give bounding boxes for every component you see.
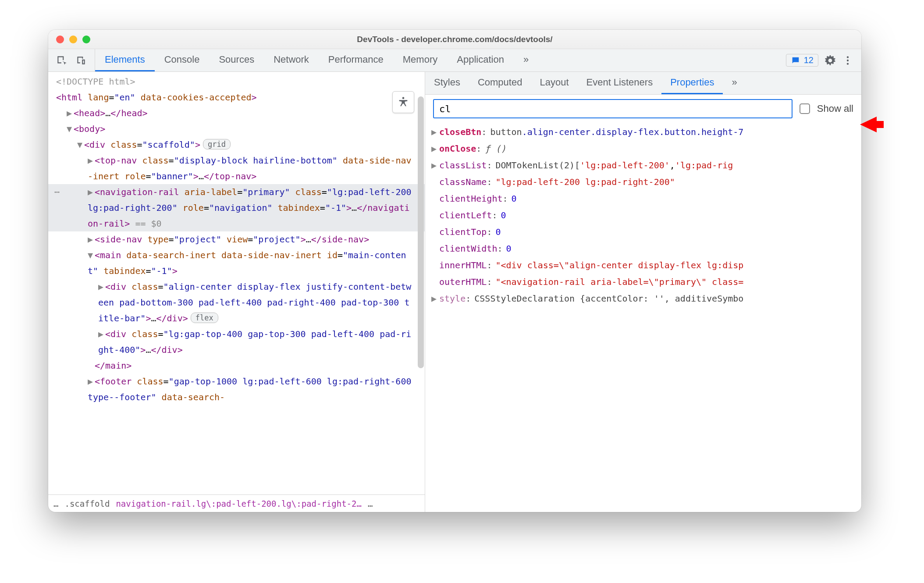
- main-split: <!DOCTYPE html> <html lang="en" data-coo…: [48, 72, 861, 512]
- properties-list[interactable]: ▶closeBtn: button.align-center.display-f…: [425, 123, 861, 307]
- properties-filter-row: Show all: [425, 95, 861, 123]
- elements-dom-panel[interactable]: <!DOCTYPE html> <html lang="en" data-coo…: [48, 72, 425, 512]
- dom-doctype: <!DOCTYPE html>: [56, 74, 425, 89]
- dom-sidenav[interactable]: ▶<side-nav type="project" view="project"…: [56, 231, 425, 247]
- svg-point-2: [847, 63, 849, 64]
- dom-head[interactable]: ▶<head>…</head>: [56, 105, 425, 121]
- dom-topnav[interactable]: ▶<top-nav class="display-block hairline-…: [56, 153, 425, 184]
- dom-scrollbar[interactable]: [418, 96, 424, 368]
- main-tabs: Elements Console Sources Network Perform…: [95, 49, 538, 71]
- sidebar-tabs-overflow-icon[interactable]: »: [723, 72, 746, 94]
- prop-classname[interactable]: className: "lg:pad-left-200 lg:pad-right…: [431, 174, 861, 190]
- breadcrumb-overflow-right-icon[interactable]: …: [368, 496, 373, 512]
- dom-div-gap[interactable]: ▶<div class="lg:gap-top-400 gap-top-300 …: [56, 326, 425, 358]
- properties-filter-input[interactable]: [433, 99, 793, 118]
- toolbar-inspect-group: [48, 49, 95, 71]
- tab-network[interactable]: Network: [264, 49, 319, 71]
- accessibility-icon: [397, 96, 409, 108]
- issues-count: 12: [804, 55, 814, 65]
- close-window-button[interactable]: [56, 36, 64, 43]
- prop-clientleft[interactable]: clientLeft: 0: [431, 207, 861, 224]
- dom-html-open[interactable]: <html lang="en" data-cookies-accepted>: [56, 89, 425, 105]
- tab-console[interactable]: Console: [155, 49, 210, 71]
- tab-elements[interactable]: Elements: [95, 49, 155, 71]
- annotation-arrow-icon: [859, 111, 885, 138]
- prop-clientwidth[interactable]: clientWidth: 0: [431, 240, 861, 257]
- prop-innerhtml[interactable]: innerHTML: "<div class=\"align-center di…: [431, 257, 861, 274]
- svg-point-3: [402, 97, 405, 99]
- minimize-window-button[interactable]: [69, 36, 77, 43]
- sidebar-tabs: Styles Computed Layout Event Listeners P…: [425, 72, 861, 95]
- layout-badge-grid[interactable]: grid: [203, 139, 231, 149]
- breadcrumb-overflow-left-icon[interactable]: …: [53, 496, 58, 512]
- prop-outerhtml[interactable]: outerHTML: "<navigation-rail aria-label=…: [431, 274, 861, 290]
- dom-tree[interactable]: <!DOCTYPE html> <html lang="en" data-coo…: [48, 72, 425, 494]
- svg-point-1: [847, 59, 849, 61]
- main-toolbar: Elements Console Sources Network Perform…: [48, 49, 861, 72]
- dom-footer[interactable]: ▶<footer class="gap-top-1000 lg:pad-left…: [56, 373, 425, 405]
- show-all-checkbox[interactable]: [800, 103, 810, 114]
- sidebar-tab-styles[interactable]: Styles: [425, 72, 469, 94]
- kebab-menu-icon[interactable]: [842, 55, 853, 66]
- settings-gear-icon[interactable]: [824, 55, 836, 66]
- sidebar-tab-layout[interactable]: Layout: [531, 72, 577, 94]
- prop-closebtn[interactable]: ▶closeBtn: button.align-center.display-f…: [431, 124, 861, 140]
- sidebar-tab-eventlisteners[interactable]: Event Listeners: [578, 72, 662, 94]
- inspect-icon[interactable]: [56, 55, 68, 66]
- prop-style[interactable]: ▶style: CSSStyleDeclaration {accentColor…: [431, 290, 861, 307]
- breadcrumb-item-selected[interactable]: navigation-rail.lg\:pad-left-200.lg\:pad…: [116, 496, 362, 512]
- traffic-lights: [56, 36, 90, 43]
- titlebar: DevTools - developer.chrome.com/docs/dev…: [48, 30, 861, 49]
- dom-div-titlebar[interactable]: ▶<div class="align-center display-flex j…: [56, 279, 425, 326]
- dom-scaffold[interactable]: ▼<div class="scaffold">grid: [56, 137, 425, 153]
- svg-point-0: [847, 56, 849, 58]
- issues-icon: [791, 56, 800, 65]
- devtools-window: DevTools - developer.chrome.com/docs/dev…: [48, 30, 861, 512]
- layout-badge-flex[interactable]: flex: [191, 313, 218, 323]
- dom-main-close[interactable]: </main>: [56, 358, 425, 373]
- tabs-overflow-icon[interactable]: »: [514, 49, 538, 71]
- tab-sources[interactable]: Sources: [209, 49, 264, 71]
- sidebar-panel: Styles Computed Layout Event Listeners P…: [425, 72, 861, 512]
- tab-performance[interactable]: Performance: [319, 49, 393, 71]
- sidebar-tab-computed[interactable]: Computed: [469, 72, 531, 94]
- toolbar-right: 12: [778, 49, 861, 71]
- issues-button[interactable]: 12: [786, 54, 818, 67]
- selected-node-actions-icon[interactable]: ⋯: [54, 184, 60, 200]
- show-all-label: Show all: [817, 103, 853, 114]
- device-toggle-icon[interactable]: [75, 55, 87, 66]
- prop-onclose[interactable]: ▶onClose: ƒ (): [431, 140, 861, 157]
- prop-clientheight[interactable]: clientHeight: 0: [431, 190, 861, 207]
- dom-body[interactable]: ▼<body>: [56, 121, 425, 137]
- dom-breadcrumb[interactable]: … .scaffold navigation-rail.lg\:pad-left…: [48, 494, 425, 512]
- tab-application[interactable]: Application: [447, 49, 514, 71]
- zoom-window-button[interactable]: [82, 36, 90, 43]
- breadcrumb-item[interactable]: .scaffold: [64, 496, 110, 512]
- prop-classlist[interactable]: ▶classList: DOMTokenList(2) ['lg:pad-lef…: [431, 157, 861, 174]
- sidebar-tab-properties[interactable]: Properties: [661, 72, 723, 94]
- accessibility-button[interactable]: [392, 91, 414, 113]
- prop-clienttop[interactable]: clientTop: 0: [431, 224, 861, 240]
- tab-memory[interactable]: Memory: [393, 49, 447, 71]
- dom-selected-node[interactable]: ⋯ ▶<navigation-rail aria-label="primary"…: [48, 184, 425, 231]
- dom-main[interactable]: ▼<main data-search-inert data-side-nav-i…: [56, 247, 425, 279]
- window-title: DevTools - developer.chrome.com/docs/dev…: [48, 35, 861, 44]
